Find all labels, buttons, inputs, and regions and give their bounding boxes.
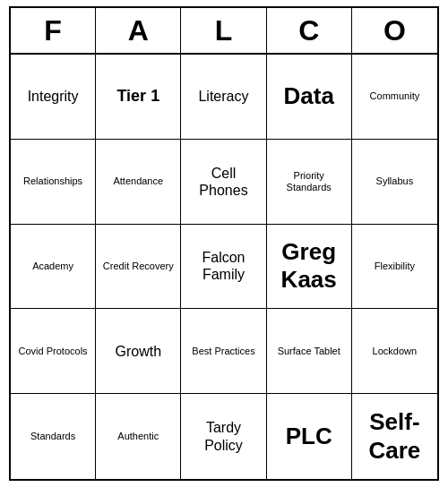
cell-23: PLC <box>267 394 352 479</box>
cell-text-0: Integrity <box>28 88 79 105</box>
cell-text-16: Growth <box>116 343 162 360</box>
cell-20: Standards <box>11 394 96 479</box>
cell-16: Growth <box>96 309 181 394</box>
cell-17: Best Practices <box>181 309 266 394</box>
cell-text-14: Flexibility <box>375 261 415 272</box>
header-letter-a: A <box>96 8 181 53</box>
cell-15: Covid Protocols <box>11 309 96 394</box>
cell-text-20: Standards <box>30 431 75 442</box>
cell-8: Priority Standards <box>267 140 352 225</box>
cell-13: Greg Kaas <box>267 225 352 310</box>
header-letter-f: F <box>11 8 96 53</box>
cell-text-13: Greg Kaas <box>271 238 348 294</box>
cell-9: Syllabus <box>352 140 437 225</box>
header-letter-c: C <box>267 8 352 53</box>
cell-21: Authentic <box>96 394 181 479</box>
cell-text-8: Priority Standards <box>271 170 348 193</box>
cell-text-11: Credit Recovery <box>103 261 174 272</box>
cell-text-6: Attendance <box>113 175 163 187</box>
cell-5: Relationships <box>11 140 96 225</box>
header-letter-o: O <box>352 8 437 53</box>
cell-text-12: Falcon Family <box>185 249 262 283</box>
header-row: FALCO <box>11 8 437 55</box>
header-letter-l: L <box>181 8 266 53</box>
cell-11: Credit Recovery <box>96 225 181 310</box>
cell-text-17: Best Practices <box>192 346 254 357</box>
cell-4: Community <box>352 55 437 140</box>
cell-text-4: Community <box>370 90 420 102</box>
cell-24: Self-Care <box>352 394 437 479</box>
cell-text-22: Tardy Policy <box>185 419 262 453</box>
cell-18: Surface Tablet <box>267 309 352 394</box>
cell-text-19: Lockdown <box>373 346 418 357</box>
cell-text-1: Tier 1 <box>116 87 159 107</box>
cell-text-23: PLC <box>286 423 332 450</box>
bingo-grid: IntegrityTier 1LiteracyDataCommunityRela… <box>11 55 437 479</box>
cell-0: Integrity <box>11 55 96 140</box>
cell-text-7: Cell Phones <box>185 165 262 199</box>
cell-19: Lockdown <box>352 309 437 394</box>
cell-22: Tardy Policy <box>181 394 266 479</box>
cell-6: Attendance <box>96 140 181 225</box>
cell-7: Cell Phones <box>181 140 266 225</box>
cell-3: Data <box>267 55 352 140</box>
cell-text-24: Self-Care <box>356 408 434 464</box>
cell-text-2: Literacy <box>198 88 248 105</box>
cell-text-3: Data <box>284 82 334 110</box>
cell-text-21: Authentic <box>117 431 159 442</box>
cell-text-9: Syllabus <box>376 175 414 187</box>
cell-1: Tier 1 <box>96 55 181 140</box>
cell-text-18: Surface Tablet <box>278 346 340 357</box>
cell-10: Academy <box>11 225 96 310</box>
bingo-card: FALCO IntegrityTier 1LiteracyDataCommuni… <box>9 6 439 481</box>
cell-text-15: Covid Protocols <box>19 346 88 357</box>
cell-12: Falcon Family <box>181 225 266 310</box>
cell-text-5: Relationships <box>23 175 82 187</box>
cell-14: Flexibility <box>352 225 437 310</box>
cell-text-10: Academy <box>32 261 73 272</box>
cell-2: Literacy <box>181 55 266 140</box>
